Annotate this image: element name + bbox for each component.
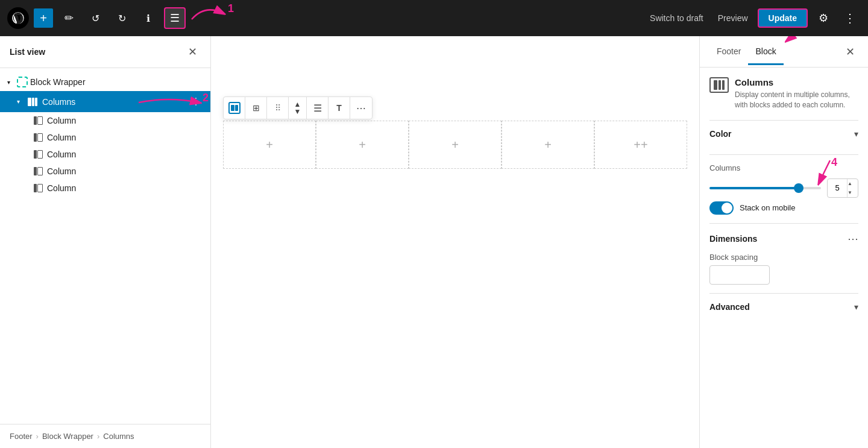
preview-button[interactable]: Preview <box>713 10 753 27</box>
block-spacing-input-wrapper[interactable]: PX <box>709 265 770 285</box>
wp-logo[interactable] <box>7 7 29 29</box>
redo-button[interactable]: ↻ <box>111 7 133 29</box>
block-spacing-row: Block spacing PX <box>709 253 858 285</box>
ellipsis-icon: ⋮ <box>844 11 856 25</box>
columns-canvas: + + + + + + <box>223 121 687 169</box>
more-block-options-button[interactable]: ⋯ <box>350 97 372 119</box>
sidebar-item-column-3[interactable]: Column <box>0 146 210 163</box>
sidebar-item-label: Column <box>47 116 203 125</box>
settings-button[interactable]: ⚙ <box>813 7 834 29</box>
sidebar-item-block-wrapper[interactable]: ▾ Block Wrapper <box>0 73 210 91</box>
gear-icon: ⚙ <box>819 11 828 25</box>
more-options-icon[interactable]: ⋯ <box>848 232 858 245</box>
ellipsis-horizontal-icon: ⋯ <box>356 103 366 114</box>
update-button[interactable]: Update <box>758 8 808 28</box>
add-column-icon: + <box>544 138 552 152</box>
item-options-button[interactable]: ⋮ <box>189 95 203 109</box>
sidebar-item-column-2[interactable]: Column <box>0 129 210 146</box>
columns-slider[interactable] <box>709 187 821 189</box>
undo-button[interactable]: ↺ <box>84 7 106 29</box>
add-column-icon: + <box>359 138 366 152</box>
add-column-icon: + <box>451 138 459 152</box>
increment-button[interactable]: ▲ <box>848 179 852 188</box>
stack-on-mobile-row: Stack on mobile <box>709 201 858 215</box>
advanced-section-header[interactable]: Advanced ▾ <box>709 302 858 312</box>
block-toolbar: ⊞ ⠿ ▲▼ ☰ T ⋯ <box>223 96 373 119</box>
block-spacing-input[interactable] <box>710 270 770 279</box>
sidebar-item-column-1[interactable]: Column <box>0 112 210 129</box>
columns-setting-label: Columns <box>709 163 740 172</box>
sidebar-item-label: Columns <box>42 97 185 107</box>
add-column-icon: + <box>641 138 648 152</box>
main-area: List view ✕ ▾ Block Wrapper ▾ <box>0 36 868 448</box>
color-section-title: Color <box>709 129 732 139</box>
list-view-icon: ☰ <box>170 11 180 25</box>
breadcrumb-block-wrapper[interactable]: Block Wrapper <box>42 432 93 441</box>
sidebar-item-column-5[interactable]: Column <box>0 180 210 197</box>
breadcrumb-footer[interactable]: Footer <box>10 432 33 441</box>
column-3-block[interactable]: + <box>409 121 502 169</box>
column-5-block[interactable]: + + <box>594 121 687 169</box>
editor-area: ⊞ ⠿ ▲▼ ☰ T ⋯ + <box>211 36 699 448</box>
tab-block[interactable]: Block <box>748 39 783 65</box>
move-up-down-button[interactable]: ▲▼ <box>289 97 307 119</box>
arrows-icon: ▲▼ <box>294 101 301 115</box>
dimensions-section-header[interactable]: Dimensions ⋯ <box>709 232 858 245</box>
align-button[interactable]: ☰ <box>307 97 329 119</box>
breadcrumb-columns[interactable]: Columns <box>103 432 134 441</box>
drag-icon: ⠿ <box>275 103 280 113</box>
redo-icon: ↻ <box>118 13 126 24</box>
switch-to-draft-button[interactable]: Switch to draft <box>645 10 708 27</box>
column-block-icon <box>34 167 43 175</box>
column-block-icon <box>34 150 43 159</box>
more-options-button[interactable]: ⋮ <box>839 7 861 29</box>
sidebar-item-column-4[interactable]: Column <box>0 163 210 180</box>
block-name: Columns <box>735 77 858 87</box>
dimensions-section-title: Dimensions <box>709 234 757 244</box>
columns-block-icon <box>28 98 39 106</box>
sidebar-close-button[interactable]: ✕ <box>184 43 201 60</box>
list-view-button[interactable]: ☰ <box>164 7 186 29</box>
add-block-button[interactable]: + <box>34 8 53 28</box>
change-layout-button[interactable]: ⊞ <box>245 97 267 119</box>
edit-button[interactable]: ✏ <box>58 7 80 29</box>
right-panel-content: Columns Display content in multiple colu… <box>700 68 868 448</box>
dimensions-section: Dimensions ⋯ Block spacing PX <box>709 223 858 293</box>
column-block-icon <box>34 184 43 192</box>
sidebar-item-label: Column <box>47 150 203 159</box>
block-wrapper-icon <box>17 77 28 87</box>
column-4-block[interactable]: + <box>502 121 594 169</box>
svg-text:1: 1 <box>228 2 234 14</box>
info-button[interactable]: ℹ <box>137 7 159 29</box>
block-type-button[interactable] <box>224 97 245 119</box>
add-column-icon: + <box>266 138 273 152</box>
color-section: Color ▾ <box>709 120 858 154</box>
pencil-icon: ✏ <box>64 11 74 25</box>
breadcrumb-separator: › <box>36 432 39 441</box>
sidebar-title: List view <box>10 47 45 57</box>
chevron-down-icon: ▾ <box>7 79 14 86</box>
right-panel-close-button[interactable]: ✕ <box>841 43 858 60</box>
tab-footer[interactable]: Footer <box>709 39 748 65</box>
stack-on-mobile-toggle[interactable] <box>709 201 734 215</box>
slider-thumb[interactable] <box>794 183 804 193</box>
column-block-icon <box>34 133 43 142</box>
columns-number-input[interactable]: ▲ ▼ <box>827 178 858 198</box>
block-outline-icon <box>228 102 241 114</box>
chevron-down-icon: ▾ <box>854 129 858 139</box>
transform-button[interactable]: T <box>329 97 350 119</box>
breadcrumb: Footer › Block Wrapper › Columns <box>0 424 210 448</box>
column-2-block[interactable]: + <box>316 121 409 169</box>
columns-value-input[interactable] <box>828 183 847 192</box>
decrement-button[interactable]: ▼ <box>848 188 852 197</box>
color-section-header[interactable]: Color ▾ <box>709 129 858 139</box>
drag-handle[interactable]: ⠿ <box>267 97 289 119</box>
sidebar-item-columns[interactable]: ▾ Columns ⋮ <box>0 91 210 112</box>
close-icon: ✕ <box>188 45 197 58</box>
top-toolbar: + ✏ ↺ ↻ ℹ ☰ 1 Switch to draft <box>0 0 868 36</box>
right-panel-tabs: Footer Block 3 ✕ <box>700 36 868 68</box>
column-1-block[interactable]: + <box>223 121 316 169</box>
chevron-down-icon: ▾ <box>854 302 858 312</box>
number-spinners: ▲ ▼ <box>847 179 852 197</box>
right-panel: Footer Block 3 ✕ <box>699 36 868 448</box>
